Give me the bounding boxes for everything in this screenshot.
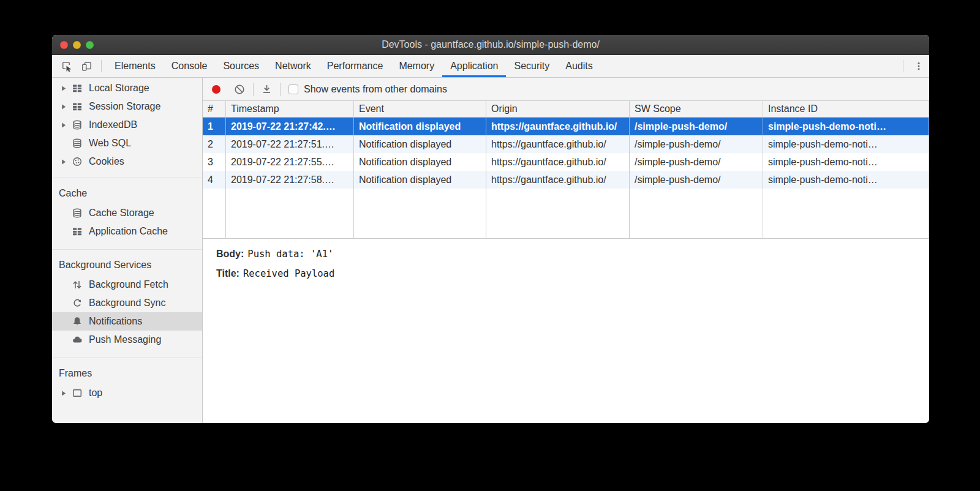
sidebar-item-local-storage[interactable]: Local Storage bbox=[52, 79, 202, 97]
frames-section: Frames top bbox=[52, 358, 202, 411]
tabbar-separator bbox=[903, 60, 903, 72]
disclosure-triangle-icon[interactable] bbox=[61, 122, 71, 128]
cell-event[interactable]: Notification displayed bbox=[354, 118, 486, 135]
title-value: Received Payload bbox=[243, 268, 334, 279]
notifications-event-grid: # Timestamp Event Origin SW Scope Instan… bbox=[203, 101, 929, 239]
disclosure-triangle-icon[interactable] bbox=[61, 86, 71, 91]
tab-network[interactable]: Network bbox=[267, 55, 319, 77]
disclosure-triangle-icon[interactable] bbox=[61, 104, 71, 110]
cell-number[interactable]: 3 bbox=[203, 153, 226, 171]
devtools-window: DevTools - gauntface.github.io/simple-pu… bbox=[52, 35, 929, 423]
notification-details-pane: Body: Push data: 'A1' Title: Received Pa… bbox=[203, 239, 929, 298]
sidebar-item-cache-storage[interactable]: Cache Storage bbox=[52, 204, 202, 222]
cell-timestamp[interactable]: 2019-07-22 21:27:58.… bbox=[226, 171, 354, 189]
sidebar-item-push-messaging[interactable]: Push Messaging bbox=[52, 331, 202, 349]
cell-origin[interactable]: https://gauntface.github.io/ bbox=[486, 118, 630, 135]
disclosure-triangle-icon[interactable] bbox=[61, 391, 71, 396]
cell-sw-scope[interactable]: /simple-push-demo/ bbox=[630, 153, 763, 171]
sidebar-item-background-sync[interactable]: Background Sync bbox=[52, 294, 202, 312]
notifications-panel: Show events from other domains # Timesta… bbox=[203, 78, 929, 423]
cell-origin[interactable]: https://gauntface.github.io/ bbox=[486, 153, 630, 171]
table-row[interactable]: 2 2019-07-22 21:27:51.… Notification dis… bbox=[203, 135, 929, 153]
inspect-element-button[interactable] bbox=[57, 55, 77, 77]
tab-performance[interactable]: Performance bbox=[319, 55, 391, 77]
cell-origin[interactable]: https://gauntface.github.io/ bbox=[486, 135, 630, 153]
cell-number[interactable]: 4 bbox=[203, 171, 226, 189]
sidebar-item-cookies[interactable]: Cookies bbox=[52, 152, 202, 171]
sidebar-item-top-frame[interactable]: top bbox=[52, 384, 202, 402]
sidebar-item-application-cache[interactable]: Application Cache bbox=[52, 222, 202, 241]
disclosure-triangle-icon[interactable] bbox=[61, 159, 71, 165]
zoom-button[interactable] bbox=[86, 41, 94, 49]
record-button[interactable] bbox=[212, 85, 221, 94]
sidebar-item-background-fetch[interactable]: Background Fetch bbox=[52, 275, 202, 294]
cell-instance-id[interactable]: simple-push-demo-noti… bbox=[763, 118, 929, 135]
sidebar-item-label: Cookies bbox=[89, 156, 124, 167]
table-row[interactable]: 4 2019-07-22 21:27:58.… Notification dis… bbox=[203, 171, 929, 189]
cloud-icon bbox=[71, 335, 83, 345]
clear-button[interactable] bbox=[234, 84, 245, 95]
cell-origin[interactable]: https://gauntface.github.io/ bbox=[486, 171, 630, 189]
save-events-button[interactable] bbox=[262, 84, 272, 94]
sidebar-item-label: Notifications bbox=[89, 316, 142, 327]
sidebar-item-session-storage[interactable]: Session Storage bbox=[52, 97, 202, 116]
application-panel-sidebar: Local Storage Session Storage IndexedDB bbox=[52, 78, 203, 423]
column-header-timestamp[interactable]: Timestamp bbox=[226, 101, 354, 117]
tab-memory[interactable]: Memory bbox=[391, 55, 442, 77]
tabbar-separator bbox=[101, 60, 102, 72]
tab-application[interactable]: Application bbox=[442, 55, 506, 77]
show-events-label[interactable]: Show events from other domains bbox=[304, 84, 447, 95]
cell-event[interactable]: Notification displayed bbox=[354, 135, 486, 153]
sidebar-item-label: Application Cache bbox=[89, 226, 168, 237]
database-icon bbox=[71, 138, 83, 148]
cell-timestamp[interactable]: 2019-07-22 21:27:55.… bbox=[226, 153, 354, 171]
cell-instance-id[interactable]: simple-push-demo-noti… bbox=[763, 171, 929, 189]
cache-section: Cache Cache Storage Application Cache bbox=[52, 178, 202, 249]
sidebar-item-label: Local Storage bbox=[89, 83, 149, 94]
cell-timestamp[interactable]: 2019-07-22 21:27:42.… bbox=[226, 118, 354, 135]
device-toolbar-icon bbox=[81, 61, 92, 72]
cell-instance-id[interactable]: simple-push-demo-noti… bbox=[763, 153, 929, 171]
title-label: Title: bbox=[216, 268, 239, 279]
inspect-icon bbox=[62, 61, 72, 72]
cookie-icon bbox=[71, 157, 83, 167]
column-header-origin[interactable]: Origin bbox=[486, 101, 630, 117]
grid-header-row: # Timestamp Event Origin SW Scope Instan… bbox=[203, 101, 929, 118]
cell-sw-scope[interactable]: /simple-push-demo/ bbox=[630, 118, 763, 135]
tab-security[interactable]: Security bbox=[506, 55, 557, 77]
tab-console[interactable]: Console bbox=[164, 55, 216, 77]
sidebar-item-indexeddb[interactable]: IndexedDB bbox=[52, 116, 202, 134]
tab-sources[interactable]: Sources bbox=[215, 55, 267, 77]
cell-sw-scope[interactable]: /simple-push-demo/ bbox=[630, 171, 763, 189]
device-toolbar-button[interactable] bbox=[77, 55, 96, 77]
column-header-event[interactable]: Event bbox=[354, 101, 486, 117]
table-row[interactable]: 3 2019-07-22 21:27:55.… Notification dis… bbox=[203, 153, 929, 171]
window-title: DevTools - gauntface.github.io/simple-pu… bbox=[382, 39, 600, 50]
cell-timestamp[interactable]: 2019-07-22 21:27:51.… bbox=[226, 135, 354, 153]
devtools-menu-button[interactable] bbox=[908, 55, 929, 77]
column-header-sw-scope[interactable]: SW Scope bbox=[630, 101, 763, 117]
kebab-menu-icon bbox=[914, 61, 924, 71]
sidebar-item-notifications[interactable]: Notifications bbox=[52, 312, 202, 331]
sidebar-item-label: Background Sync bbox=[89, 298, 165, 309]
column-header-instance-id[interactable]: Instance ID bbox=[763, 101, 929, 117]
sidebar-item-web-sql[interactable]: Web SQL bbox=[52, 134, 202, 152]
section-header-frames: Frames bbox=[52, 363, 202, 384]
sync-icon bbox=[71, 298, 83, 308]
cell-instance-id[interactable]: simple-push-demo-noti… bbox=[763, 135, 929, 153]
minimize-button[interactable] bbox=[73, 41, 81, 49]
table-row[interactable]: 1 2019-07-22 21:27:42.… Notification dis… bbox=[203, 118, 929, 135]
storage-section: Local Storage Session Storage IndexedDB bbox=[52, 78, 202, 178]
tab-audits[interactable]: Audits bbox=[557, 55, 600, 77]
up-down-arrows-icon bbox=[71, 280, 83, 290]
column-header-number[interactable]: # bbox=[203, 101, 226, 117]
show-events-checkbox[interactable] bbox=[288, 84, 298, 94]
cell-number[interactable]: 2 bbox=[203, 135, 226, 153]
cell-event[interactable]: Notification displayed bbox=[354, 171, 486, 189]
cell-sw-scope[interactable]: /simple-push-demo/ bbox=[630, 135, 763, 153]
cell-number[interactable]: 1 bbox=[203, 118, 226, 135]
cell-event[interactable]: Notification displayed bbox=[354, 153, 486, 171]
close-button[interactable] bbox=[60, 41, 68, 49]
tab-elements[interactable]: Elements bbox=[107, 55, 164, 77]
background-services-section: Background Services Background Fetch Bac… bbox=[52, 249, 202, 358]
